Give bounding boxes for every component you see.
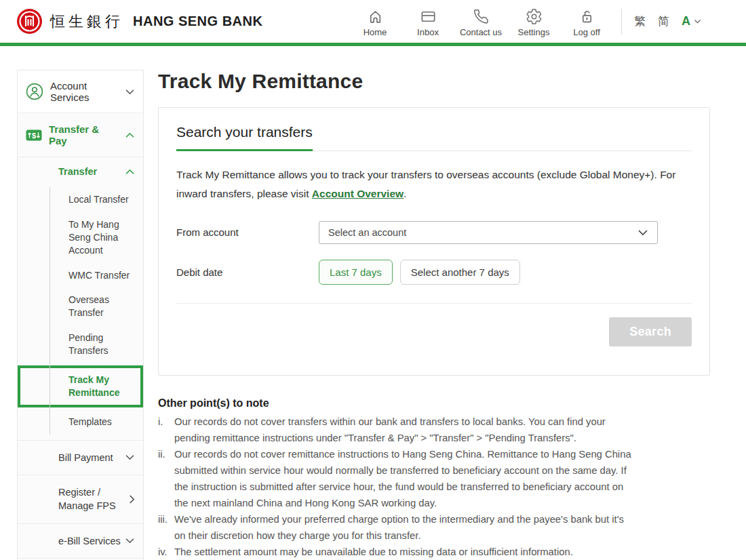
- sidebar-transfer-pay-label: Transfer & Pay: [49, 123, 118, 146]
- sidebar-item-transfer[interactable]: Transfer: [18, 157, 143, 186]
- note-number: ii.: [158, 447, 174, 512]
- hang-seng-logo-icon: [17, 9, 42, 34]
- note-number: iv.: [158, 544, 174, 560]
- other-points-title: Other point(s) to note: [158, 397, 637, 409]
- debit-date-row: Debit date Last 7 days Select another 7 …: [176, 260, 692, 285]
- gear-icon: [526, 8, 543, 25]
- language-controls: 繁 简 A: [634, 14, 701, 29]
- lang-simplified-chinese[interactable]: 简: [658, 14, 669, 29]
- debit-date-label: Debit date: [176, 266, 319, 278]
- from-account-select[interactable]: Select an account: [319, 221, 658, 244]
- inbox-icon: [420, 8, 437, 25]
- sidebar-register-fps-label: Register / Manage FPS: [58, 485, 129, 513]
- search-button-row: Search: [176, 317, 692, 346]
- tab-search-your-transfers: Search your transfers: [176, 124, 313, 151]
- note-item-1: i. Our records do not cover transfers wi…: [158, 414, 637, 447]
- chevron-down-icon: [125, 538, 135, 544]
- bank-name-english: HANG SENG BANK: [133, 14, 262, 29]
- nav-log-off-label: Log off: [573, 27, 600, 37]
- note-number: iii.: [158, 512, 174, 544]
- nav-inbox-label: Inbox: [417, 27, 439, 37]
- nav-log-off[interactable]: Log off: [560, 5, 613, 37]
- phone-icon: [473, 8, 490, 25]
- lang-traditional-chinese[interactable]: 繁: [634, 14, 646, 29]
- sidebar-item-wmc-transfer[interactable]: WMC Transfer: [18, 263, 143, 288]
- note-item-2: ii. Our records do not cover remittance …: [158, 447, 637, 512]
- top-navigation: Home Inbox Contact us Settings: [349, 5, 613, 37]
- note-text: Our records do not cover transfers withi…: [174, 414, 637, 447]
- intro-text-pre: Track My Remittance allows you to track …: [176, 169, 675, 199]
- home-icon: [367, 8, 384, 25]
- search-button[interactable]: Search: [609, 317, 692, 346]
- header-divider: [621, 9, 622, 35]
- sidebar-item-track-my-remittance[interactable]: Track My Remittance: [18, 365, 143, 407]
- from-account-row: From account Select an account: [176, 221, 692, 244]
- sidebar-ebill-services-label: e-Bill Services: [58, 534, 125, 548]
- sidebar-item-register-manage-fps[interactable]: Register / Manage FPS: [18, 475, 143, 523]
- sidebar-item-overseas-transfer[interactable]: Overseas Transfer: [18, 287, 143, 325]
- chevron-right-icon: [129, 494, 135, 504]
- note-number: i.: [158, 414, 174, 447]
- note-text: The settlement amount may be unavailable…: [174, 544, 637, 560]
- svg-text:$: $: [32, 131, 36, 139]
- sidebar-item-account-services[interactable]: Account Services: [18, 71, 143, 113]
- from-account-label: From account: [176, 226, 319, 238]
- debit-option-last-7-days[interactable]: Last 7 days: [319, 260, 393, 285]
- nav-contact-us-label: Contact us: [460, 27, 502, 37]
- chevron-down-icon: [125, 454, 135, 460]
- nav-home-label: Home: [364, 27, 387, 37]
- top-header: 恒生銀行 HANG SENG BANK Home Inbox Contact u…: [0, 0, 746, 43]
- debit-option-select-another-7-days[interactable]: Select another 7 days: [400, 260, 520, 285]
- nav-contact-us[interactable]: Contact us: [454, 5, 507, 37]
- unlock-icon: [578, 8, 595, 25]
- chevron-down-icon: [125, 89, 135, 95]
- sidebar-item-pending-transfers[interactable]: Pending Transfers: [18, 325, 143, 363]
- sidebar-transfer-label: Transfer: [58, 166, 125, 177]
- bank-logo[interactable]: 恒生銀行 HANG SENG BANK: [17, 9, 262, 34]
- note-item-3: iii. We've already informed your preferr…: [158, 512, 637, 544]
- font-size-selector[interactable]: A: [682, 14, 701, 28]
- person-icon: [26, 83, 43, 100]
- card-divider: [176, 303, 692, 304]
- transfer-submenu: Local Transfer To My Hang Seng China Acc…: [18, 186, 143, 440]
- debit-date-options: Last 7 days Select another 7 days: [319, 260, 520, 285]
- nav-settings[interactable]: Settings: [507, 5, 560, 37]
- intro-text-post: .: [404, 188, 406, 199]
- bank-name-chinese: 恒生銀行: [50, 12, 123, 32]
- sidebar: Account Services $ Transfer & Pay Tran: [17, 70, 144, 560]
- font-size-label: A: [682, 14, 690, 28]
- chevron-down-icon: [637, 229, 648, 236]
- sidebar-item-ebill-services[interactable]: e-Bill Services: [18, 523, 143, 558]
- sidebar-item-templates[interactable]: Templates: [18, 409, 143, 435]
- card-tab-row: Search your transfers: [176, 124, 692, 151]
- account-overview-link[interactable]: Account Overview: [312, 188, 404, 199]
- chevron-up-icon: [125, 169, 135, 175]
- sidebar-account-services-label: Account Services: [50, 80, 118, 103]
- sidebar-item-local-transfer[interactable]: Local Transfer: [18, 187, 143, 212]
- transfer-pay-icon: $: [26, 128, 42, 142]
- note-text: We've already informed your preferred ch…: [174, 512, 637, 544]
- nav-home[interactable]: Home: [349, 5, 401, 37]
- from-account-selected-value: Select an account: [328, 227, 406, 238]
- nav-settings-label: Settings: [518, 27, 550, 37]
- note-text: Our records do not cover remittance inst…: [174, 447, 637, 512]
- note-item-4: iv. The settlement amount may be unavail…: [158, 544, 637, 560]
- sidebar-item-bill-payment[interactable]: Bill Payment: [18, 440, 143, 475]
- other-points-section: Other point(s) to note i. Our records do…: [158, 397, 637, 560]
- search-transfers-card: Search your transfers Track My Remittanc…: [158, 107, 710, 376]
- sidebar-item-transfer-and-pay[interactable]: $ Transfer & Pay: [18, 113, 143, 157]
- main-content: Track My Remittance Search your transfer…: [144, 70, 710, 560]
- chevron-down-icon: [694, 19, 701, 24]
- sidebar-bill-payment-label: Bill Payment: [58, 451, 125, 464]
- intro-text: Track My Remittance allows you to track …: [176, 165, 692, 203]
- chevron-up-icon: [125, 132, 135, 138]
- page-title: Track My Remittance: [158, 70, 710, 93]
- nav-inbox[interactable]: Inbox: [401, 5, 454, 37]
- sidebar-item-to-my-hang-seng-china-account[interactable]: To My Hang Seng China Account: [18, 212, 143, 263]
